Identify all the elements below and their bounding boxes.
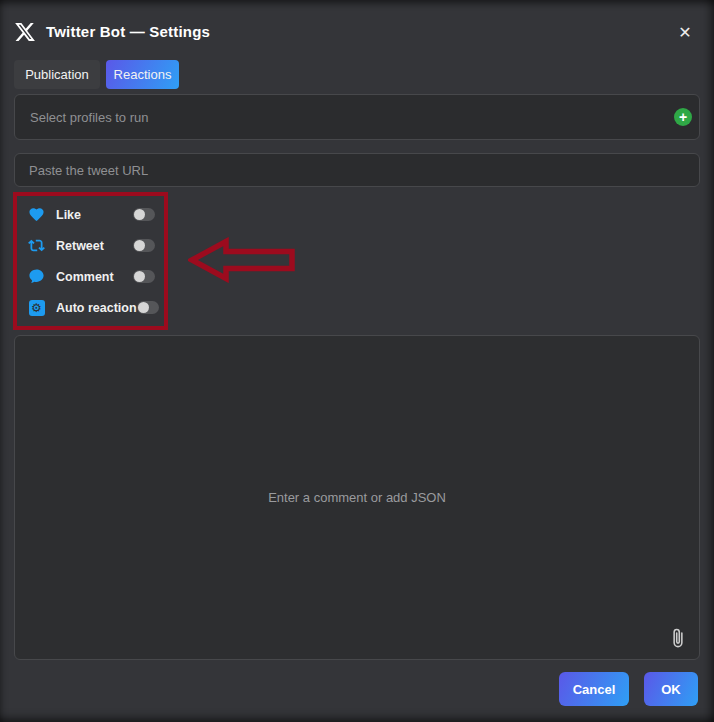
auto-reaction-toggle[interactable] <box>137 301 159 314</box>
settings-dialog: Twitter Bot — Settings ✕ Publication Rea… <box>0 0 714 722</box>
attach-file-paperclip-icon[interactable] <box>666 626 690 652</box>
toggle-label-comment: Comment <box>56 270 114 284</box>
toggle-knob <box>134 271 145 282</box>
toggle-knob <box>138 302 149 313</box>
retweet-icon <box>28 237 45 254</box>
toggle-knob <box>134 240 145 251</box>
toggle-row-comment[interactable]: Comment <box>28 264 155 290</box>
retweet-toggle[interactable] <box>133 239 155 252</box>
toggle-knob <box>134 209 145 220</box>
left-arrow-annotation <box>188 237 296 283</box>
x-twitter-logo-icon <box>14 21 36 43</box>
tweet-url-input[interactable] <box>14 153 700 187</box>
toggle-label-retweet: Retweet <box>56 239 104 253</box>
reaction-toggle-group-highlight-box: Like Retweet Comment ⚙ <box>13 192 168 330</box>
comment-placeholder: Enter a comment or add JSON <box>268 490 446 505</box>
comment-icon <box>28 268 45 285</box>
gear-icon: ⚙ <box>28 299 45 316</box>
toggle-row-retweet[interactable]: Retweet <box>28 233 155 259</box>
comment-toggle[interactable] <box>133 270 155 283</box>
toggle-label-auto-reaction: Auto reaction <box>56 301 137 315</box>
tab-publication[interactable]: Publication <box>14 60 100 89</box>
add-profile-button[interactable]: + <box>674 108 692 126</box>
close-icon[interactable]: ✕ <box>672 20 698 46</box>
profiles-placeholder: Select profiles to run <box>30 110 149 125</box>
comment-json-textarea[interactable]: Enter a comment or add JSON <box>14 335 700 660</box>
toggle-label-like: Like <box>56 208 81 222</box>
cancel-button[interactable]: Cancel <box>559 672 629 706</box>
like-toggle[interactable] <box>133 208 155 221</box>
dialog-title: Twitter Bot — Settings <box>46 23 210 40</box>
toggle-row-auto-reaction[interactable]: ⚙ Auto reaction <box>28 295 155 321</box>
ok-button[interactable]: OK <box>644 672 698 706</box>
tab-reactions[interactable]: Reactions <box>106 60 179 89</box>
heart-icon <box>28 206 45 223</box>
profiles-select-field[interactable]: Select profiles to run <box>14 94 700 140</box>
toggle-row-like[interactable]: Like <box>28 202 155 228</box>
